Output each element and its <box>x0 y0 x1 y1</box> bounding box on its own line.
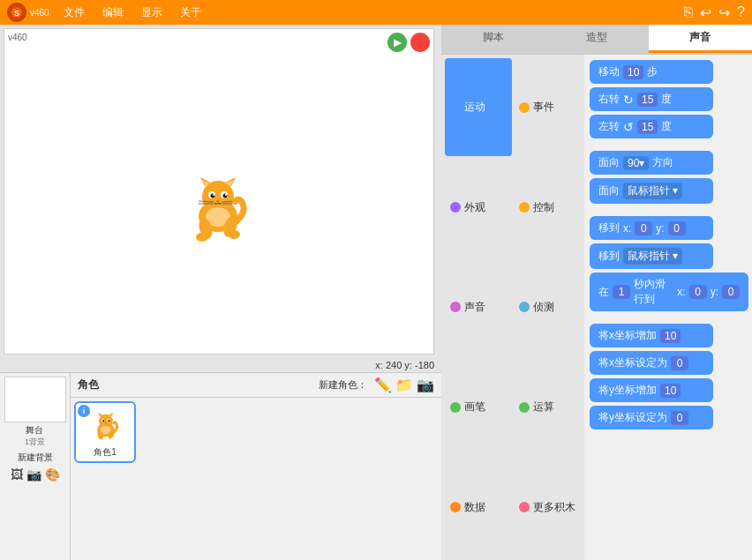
category-sound[interactable]: 声音 <box>445 258 512 356</box>
tab-sounds[interactable]: 声音 <box>649 25 752 53</box>
tab-costumes[interactable]: 造型 <box>545 25 648 53</box>
motion-dot <box>450 102 461 113</box>
coords-bar: x: 240 y: -180 <box>0 358 441 372</box>
block-goto-mouse-dropdown[interactable]: 鼠标指针 ▾ <box>623 248 682 265</box>
block-turn-right[interactable]: 右转 ↻ 15 度 <box>590 87 713 111</box>
app-version: v460 <box>30 8 49 18</box>
bg-paint-icon[interactable]: 🎨 <box>45 467 60 482</box>
svg-point-23 <box>228 230 240 239</box>
category-motion-label: 运动 <box>464 100 485 115</box>
block-glide-secs[interactable]: 1 <box>613 285 630 299</box>
block-glide-text2: 秒内滑行到 <box>634 277 673 307</box>
copy-icon[interactable]: ⎘ <box>684 4 693 20</box>
block-turn-left[interactable]: 左转 ↺ 15 度 <box>590 115 713 138</box>
block-turn-left-text1: 左转 <box>598 119 620 134</box>
coordinates: x: 240 y: -180 <box>375 360 434 370</box>
category-data-label: 数据 <box>464 500 485 515</box>
category-events[interactable]: 事件 <box>514 58 581 156</box>
block-glide[interactable]: 在 1 秒内滑行到 x: 0 y: 0 <box>590 273 748 311</box>
data-dot <box>450 502 461 512</box>
block-face-dir[interactable]: 面向 90▾ 方向 <box>590 151 713 175</box>
category-pen-label: 画笔 <box>464 399 485 414</box>
blocks-panel: 脚本 造型 声音 运动 事件 外观 <box>441 25 752 560</box>
block-goto-ylabel: y: <box>656 222 664 235</box>
block-glide-ylabel: y: <box>711 286 718 298</box>
block-turn-left-input[interactable]: 15 <box>637 120 658 134</box>
block-turn-left-text2: 度 <box>661 119 672 134</box>
sprite-item[interactable]: i <box>74 401 136 463</box>
category-appearance[interactable]: 外观 <box>445 158 512 256</box>
stage-area: v460 ▶ <box>4 28 434 355</box>
control-dot <box>519 202 530 213</box>
sprite-info-icon[interactable]: i <box>78 405 90 417</box>
menu-file[interactable]: 文件 <box>60 4 88 22</box>
block-goto-x[interactable]: 0 <box>635 221 652 235</box>
sprite-name: 角色1 <box>94 446 117 459</box>
sprites-panel: 舞台 1背景 新建背景 🖼 📷 🎨 角色 新建角色： ✏️ 📁 📷 <box>0 372 441 560</box>
menu-edit[interactable]: 编辑 <box>99 4 127 22</box>
block-glide-text1: 在 <box>598 285 609 300</box>
block-set-x-input[interactable]: 0 <box>671 356 688 370</box>
block-face-mouse[interactable]: 面向 鼠标指针 ▾ <box>590 178 713 204</box>
block-goto-xy[interactable]: 移到 x: 0 y: 0 <box>590 216 713 240</box>
block-change-y[interactable]: 将y坐标增加 10 <box>590 378 713 402</box>
new-sprite-label: 新建角色： <box>319 378 367 392</box>
block-change-x[interactable]: 将x坐标增加 10 <box>590 324 713 347</box>
category-sensing[interactable]: 侦测 <box>514 258 581 356</box>
category-sensing-label: 侦测 <box>533 300 554 315</box>
cat-sprite[interactable] <box>172 161 260 250</box>
block-set-x[interactable]: 将x坐标设定为 0 <box>590 351 713 375</box>
block-move-input[interactable]: 10 <box>623 65 643 79</box>
block-turn-right-input[interactable]: 15 <box>637 93 658 107</box>
block-gap-2 <box>590 207 747 213</box>
block-goto-mouse[interactable]: 移到 鼠标指针 ▾ <box>590 243 713 269</box>
new-sprite-draw-icon[interactable]: ✏️ <box>374 377 392 393</box>
category-pen[interactable]: 画笔 <box>445 358 512 456</box>
block-face-dir-dropdown[interactable]: 90▾ <box>623 156 649 170</box>
help-icon[interactable]: ? <box>737 4 745 20</box>
tab-scripts[interactable]: 脚本 <box>441 25 545 53</box>
category-motion[interactable]: 运动 <box>445 58 512 156</box>
stage-version-label: v460 <box>8 33 27 42</box>
stage-panel: v460 ▶ <box>0 25 441 560</box>
undo-icon[interactable]: ↩ <box>700 4 711 21</box>
new-bg-button[interactable]: 新建背景 <box>18 452 53 464</box>
stage-label: 舞台 1背景 <box>25 424 45 448</box>
block-gap-1 <box>590 142 747 147</box>
bg-camera-icon[interactable]: 📷 <box>26 467 41 482</box>
block-change-x-input[interactable]: 10 <box>660 329 681 343</box>
logo: S v460 <box>7 3 49 22</box>
bg-image-icon[interactable]: 🖼 <box>11 467 23 482</box>
block-change-y-input[interactable]: 10 <box>660 384 681 398</box>
block-goto-y[interactable]: 0 <box>668 221 686 235</box>
menu-view[interactable]: 显示 <box>138 4 166 22</box>
block-move-text1: 移动 <box>598 64 620 79</box>
category-data[interactable]: 数据 <box>445 459 512 556</box>
category-operators[interactable]: 运算 <box>514 358 581 456</box>
new-sprite-file-icon[interactable]: 📁 <box>395 377 413 393</box>
block-set-x-text: 将x坐标设定为 <box>598 355 667 370</box>
svg-text:S: S <box>14 9 19 18</box>
appearance-dot <box>450 202 461 213</box>
redo-icon[interactable]: ↪ <box>718 4 730 21</box>
operators-dot <box>519 402 530 413</box>
green-flag-button[interactable]: ▶ <box>387 33 407 52</box>
stage-thumbnail[interactable] <box>4 377 66 422</box>
new-sprite-camera-icon[interactable]: 📷 <box>417 377 434 393</box>
svg-point-11 <box>223 194 228 198</box>
block-move[interactable]: 移动 10 步 <box>590 60 713 84</box>
category-sound-label: 声音 <box>464 300 485 315</box>
block-set-y-input[interactable]: 0 <box>671 411 688 425</box>
svg-point-12 <box>213 194 214 196</box>
block-glide-x[interactable]: 0 <box>689 285 707 299</box>
stop-button[interactable] <box>410 33 430 52</box>
menu-about[interactable]: 关于 <box>177 4 205 22</box>
block-set-y[interactable]: 将y坐标设定为 0 <box>590 406 713 429</box>
block-glide-xlabel: x: <box>677 286 685 298</box>
stage-thumb-area: 舞台 1背景 新建背景 🖼 📷 🎨 <box>0 373 71 560</box>
category-more[interactable]: 更多积木 <box>514 459 581 556</box>
block-face-mouse-dropdown[interactable]: 鼠标指针 ▾ <box>623 183 682 199</box>
block-glide-y[interactable]: 0 <box>722 285 740 299</box>
svg-point-31 <box>108 420 109 422</box>
category-control[interactable]: 控制 <box>514 158 581 256</box>
